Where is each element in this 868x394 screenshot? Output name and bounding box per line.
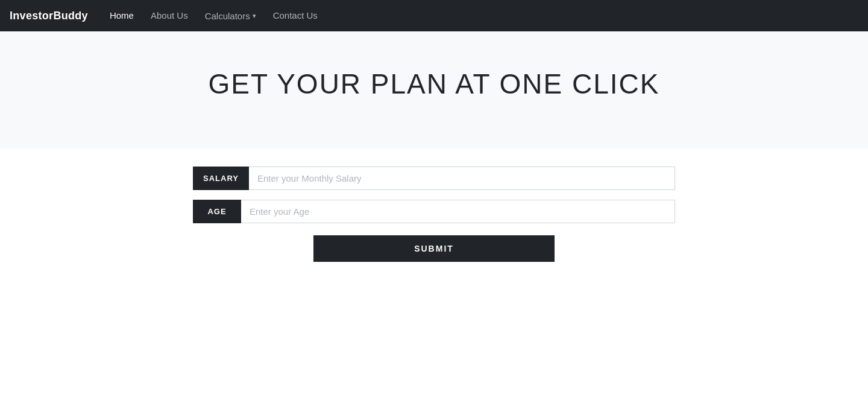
age-label: AGE <box>193 200 241 223</box>
main-content: GET YOUR PLAN AT ONE CLICK <box>0 31 868 148</box>
salary-label: SALARY <box>193 167 249 190</box>
nav-link-calculators[interactable]: Calculators ▾ <box>198 6 263 26</box>
submit-button[interactable]: SUBMIT <box>313 235 555 262</box>
nav-item-about: About Us <box>143 10 195 21</box>
hero-title: GET YOUR PLAN AT ONE CLICK <box>0 56 868 112</box>
age-input[interactable] <box>241 200 675 223</box>
nav-item-contact: Contact Us <box>266 10 325 21</box>
chevron-down-icon: ▾ <box>253 12 256 20</box>
salary-input-group: SALARY <box>193 167 675 190</box>
nav-link-contact[interactable]: Contact Us <box>266 5 325 25</box>
nav-link-about[interactable]: About Us <box>143 5 195 25</box>
nav-item-calculators: Calculators ▾ <box>198 6 263 26</box>
nav-item-home: Home <box>102 10 141 21</box>
nav-link-home[interactable]: Home <box>102 5 141 25</box>
salary-input[interactable] <box>249 167 675 190</box>
brand-logo[interactable]: InvestorBuddy <box>10 10 88 22</box>
navbar: InvestorBuddy Home About Us Calculators … <box>0 0 868 31</box>
nav-links: Home About Us Calculators ▾ Contact Us <box>102 6 325 26</box>
age-input-group: AGE <box>193 200 675 223</box>
form-section: SALARY AGE SUBMIT <box>0 148 868 394</box>
calculators-label: Calculators <box>205 11 250 21</box>
